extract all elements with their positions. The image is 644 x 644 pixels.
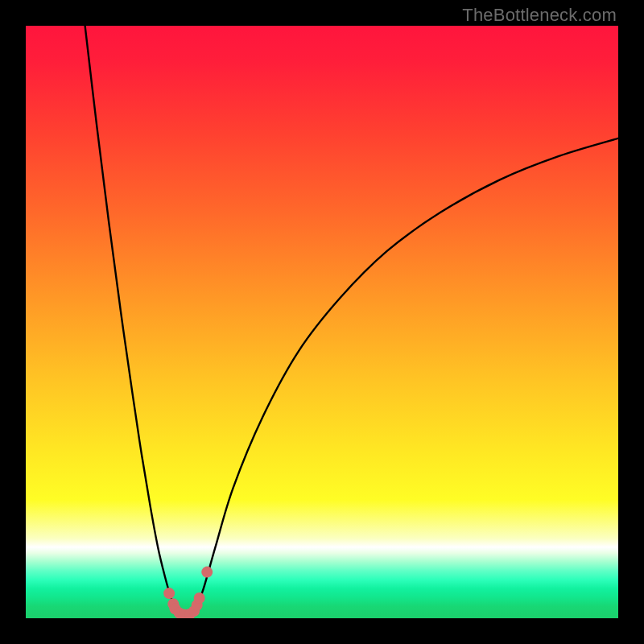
valley-marker (201, 567, 213, 578)
chart-svg (26, 26, 618, 618)
chart-frame: TheBottleneck.com (0, 0, 644, 644)
valley-marker (163, 588, 175, 599)
valley-marker (194, 592, 205, 604)
plot-area (26, 26, 618, 618)
valley-marker-group (163, 567, 213, 618)
watermark-text: TheBottleneck.com (462, 5, 617, 26)
bottleneck-curve (85, 26, 618, 616)
